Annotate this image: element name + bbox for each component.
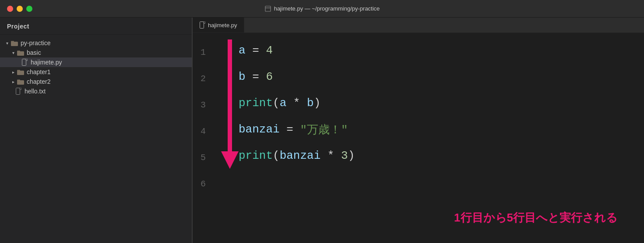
- token-var: a: [280, 96, 287, 110]
- token-paren: ): [348, 149, 355, 162]
- editor-tabs: hajimete.py: [193, 18, 644, 33]
- annotation-text: 1行目から5行目へと実行される: [454, 210, 618, 225]
- svg-rect-16: [200, 22, 204, 29]
- sidebar: Project ▾ py-practice ▾: [0, 18, 193, 243]
- folder-icon: [17, 69, 25, 75]
- token-op: *: [320, 149, 341, 162]
- token-num: 4: [266, 44, 273, 57]
- sidebar-item-label: chapter1: [27, 68, 50, 75]
- main-layout: Project ▾ py-practice ▾: [0, 18, 644, 243]
- line-num-5: 5: [193, 145, 211, 171]
- token-op: *: [286, 96, 307, 110]
- tab-file-icon: [200, 21, 205, 29]
- svg-rect-5: [17, 50, 20, 52]
- sidebar-item-label: basic: [27, 49, 41, 56]
- line-num-6: 6: [193, 171, 211, 197]
- folder-icon: [17, 50, 25, 56]
- svg-rect-18: [204, 21, 205, 23]
- editor-area: hajimete.py 1 2 3 4 5 6: [193, 18, 644, 243]
- minimize-button[interactable]: [17, 6, 23, 12]
- tab-label: hajimete.py: [208, 22, 237, 29]
- titlebar: hajimete.py — ~/programming/py-practice: [0, 0, 644, 18]
- svg-rect-10: [17, 70, 20, 71]
- sidebar-item-label: py-practice: [21, 39, 50, 46]
- code-lines[interactable]: a = 4 b = 6 print ( a * b ): [215, 37, 644, 239]
- svg-rect-3: [11, 41, 14, 42]
- line-num-3: 3: [193, 92, 211, 118]
- line-num-4: 4: [193, 118, 211, 145]
- arrow-icon: ▸: [10, 79, 17, 84]
- token-fn: print: [239, 96, 273, 110]
- token-paren: (: [273, 96, 280, 110]
- folder-icon: [17, 79, 25, 85]
- sidebar-item-label: hello.txt: [25, 88, 46, 95]
- token-paren: ): [314, 96, 321, 110]
- svg-marker-20: [221, 151, 239, 169]
- code-line-6[interactable]: [215, 169, 644, 195]
- window-title: hajimete.py — ~/programming/py-practice: [264, 5, 380, 12]
- sidebar-item-hello-txt[interactable]: hello.txt: [0, 86, 192, 96]
- svg-rect-6: [22, 59, 26, 66]
- arrow-icon: ▸: [10, 70, 17, 75]
- svg-rect-8: [26, 59, 28, 61]
- svg-rect-13: [16, 88, 20, 95]
- code-line-1[interactable]: a = 4: [215, 37, 644, 64]
- code-line-5[interactable]: print ( banzai * 3 ): [215, 143, 644, 169]
- token-num: 6: [266, 70, 273, 83]
- sidebar-item-label: chapter2: [27, 78, 50, 85]
- svg-rect-15: [20, 88, 21, 89]
- sidebar-item-hajimete-py[interactable]: hajimete.py: [0, 57, 192, 67]
- token-str: "万歳！": [300, 122, 348, 137]
- line-num-1: 1: [193, 39, 211, 66]
- sidebar-item-label: hajimete.py: [31, 59, 62, 66]
- sidebar-item-py-practice[interactable]: ▾ py-practice: [0, 38, 192, 48]
- editor-content: 1 2 3 4 5 6 a =: [193, 33, 644, 243]
- token-op: =: [246, 70, 266, 83]
- token-fn: print: [239, 149, 273, 162]
- sidebar-item-basic[interactable]: ▾ basic: [0, 48, 192, 57]
- code-line-4[interactable]: banzai = "万歳！": [215, 116, 644, 143]
- folder-icon: [11, 40, 18, 46]
- arrow-icon: ▾: [4, 41, 11, 46]
- line-num-2: 2: [193, 66, 211, 92]
- token-paren: (: [273, 149, 280, 162]
- token-empty: [239, 175, 246, 189]
- line-numbers: 1 2 3 4 5 6: [193, 37, 215, 239]
- token-op: =: [280, 123, 300, 136]
- token-var: banzai: [239, 123, 280, 136]
- code-line-2[interactable]: b = 6: [215, 64, 644, 90]
- file-icon: [22, 59, 28, 66]
- sidebar-tree: ▾ py-practice ▾: [0, 35, 192, 243]
- svg-rect-0: [265, 6, 271, 11]
- code-line-3[interactable]: print ( a * b ): [215, 90, 644, 116]
- execution-arrow: [219, 39, 241, 169]
- sidebar-item-chapter1[interactable]: ▸ chapter1: [0, 67, 192, 77]
- sidebar-header: Project: [0, 18, 192, 35]
- token-op: =: [246, 44, 266, 57]
- token-var: b: [307, 96, 314, 110]
- sidebar-item-chapter2[interactable]: ▸ chapter2: [0, 77, 192, 86]
- tab-hajimete-py[interactable]: hajimete.py: [193, 17, 244, 32]
- file-icon: [16, 88, 22, 95]
- token-num: 3: [341, 149, 348, 162]
- svg-rect-12: [17, 79, 20, 81]
- window-controls: [7, 6, 32, 12]
- arrow-icon: ▾: [10, 50, 17, 55]
- token-var: banzai: [280, 149, 321, 162]
- maximize-button[interactable]: [26, 6, 32, 12]
- close-button[interactable]: [7, 6, 13, 12]
